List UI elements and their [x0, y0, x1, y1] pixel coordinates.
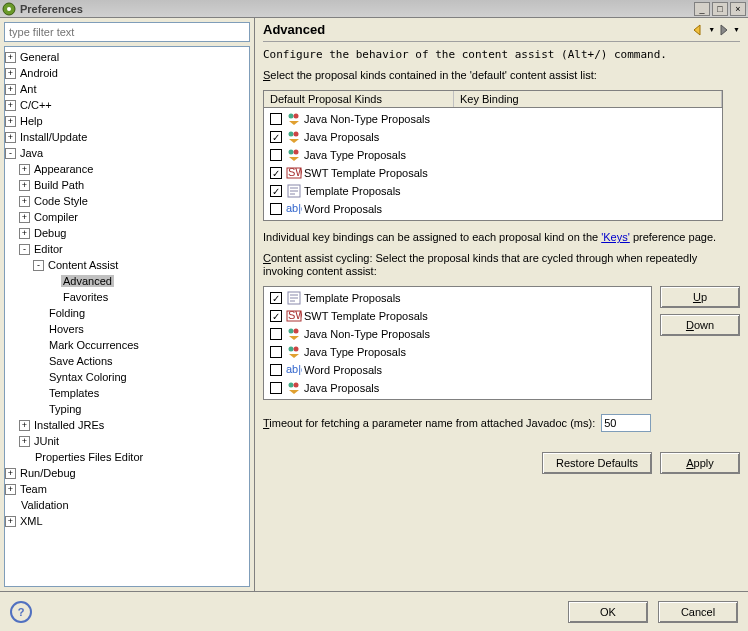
filter-input[interactable] — [4, 22, 250, 42]
proposal-row[interactable]: ✓Template Proposals — [266, 182, 720, 200]
minimize-button[interactable]: _ — [694, 2, 710, 16]
checkbox[interactable]: ✓ — [270, 310, 282, 322]
expand-icon[interactable]: + — [19, 196, 30, 207]
proposal-row[interactable]: Java Type Proposals — [266, 343, 649, 361]
expand-icon[interactable]: + — [19, 436, 30, 447]
restore-defaults-button[interactable]: Restore Defaults — [542, 452, 652, 474]
tree-node-advanced[interactable]: Advanced — [5, 273, 249, 289]
tree-node-debug[interactable]: +Debug — [5, 225, 249, 241]
apply-button[interactable]: Apply — [660, 452, 740, 474]
tree-node-syntax-coloring[interactable]: Syntax Coloring — [5, 369, 249, 385]
checkbox[interactable] — [270, 364, 282, 376]
forward-icon[interactable] — [717, 24, 733, 36]
tree-node-content-assist[interactable]: -Content Assist — [5, 257, 249, 273]
checkbox[interactable] — [270, 346, 282, 358]
help-icon[interactable]: ? — [10, 601, 32, 623]
svg-point-1 — [7, 7, 11, 11]
col-key-binding[interactable]: Key Binding — [454, 91, 722, 107]
proposal-row[interactable]: ✓Template Proposals — [266, 289, 649, 307]
tree-node-xml[interactable]: +XML — [5, 513, 249, 529]
preferences-tree[interactable]: +General+Android+Ant+C/C+++Help+Install/… — [4, 46, 250, 587]
forward-menu-icon[interactable]: ▼ — [733, 26, 740, 33]
tree-node-typing[interactable]: Typing — [5, 401, 249, 417]
tree-node-appearance[interactable]: +Appearance — [5, 161, 249, 177]
tree-node-general[interactable]: +General — [5, 49, 249, 65]
back-icon[interactable] — [692, 24, 708, 36]
tree-node-junit[interactable]: +JUnit — [5, 433, 249, 449]
proposal-row[interactable]: ✓Java Proposals — [266, 128, 720, 146]
expand-icon[interactable]: + — [5, 516, 16, 527]
expand-icon[interactable]: + — [5, 100, 16, 111]
col-default-kinds[interactable]: Default Proposal Kinds — [264, 91, 454, 107]
tree-node-hovers[interactable]: Hovers — [5, 321, 249, 337]
tree-node-save-actions[interactable]: Save Actions — [5, 353, 249, 369]
maximize-button[interactable]: □ — [712, 2, 728, 16]
proposal-row[interactable]: ✓SWTSWT Template Proposals — [266, 164, 720, 182]
tree-node-code-style[interactable]: +Code Style — [5, 193, 249, 209]
tree-node-installed-jres[interactable]: +Installed JREs — [5, 417, 249, 433]
back-menu-icon[interactable]: ▼ — [708, 26, 715, 33]
ok-button[interactable]: OK — [568, 601, 648, 623]
expand-icon[interactable]: + — [5, 68, 16, 79]
timeout-input[interactable] — [601, 414, 651, 432]
checkbox[interactable] — [270, 149, 282, 161]
proposal-row[interactable]: ✓SWTSWT Template Proposals — [266, 307, 649, 325]
collapse-icon[interactable]: - — [33, 260, 44, 271]
checkbox[interactable] — [270, 382, 282, 394]
tree-label: Java — [18, 147, 45, 159]
tree-node-favorites[interactable]: Favorites — [5, 289, 249, 305]
tree-node-mark-occurrences[interactable]: Mark Occurrences — [5, 337, 249, 353]
expand-icon[interactable]: + — [5, 484, 16, 495]
down-button[interactable]: Down — [660, 314, 740, 336]
tree-node-java[interactable]: -Java — [5, 145, 249, 161]
expand-icon[interactable]: + — [5, 84, 16, 95]
proposal-row[interactable]: Java Non-Type Proposals — [266, 110, 720, 128]
proposal-row[interactable]: ab|cWord Proposals — [266, 200, 720, 218]
tree-node-install-update[interactable]: +Install/Update — [5, 129, 249, 145]
tree-node-ant[interactable]: +Ant — [5, 81, 249, 97]
svg-point-2 — [289, 114, 294, 119]
tree-node-android[interactable]: +Android — [5, 65, 249, 81]
tree-node-help[interactable]: +Help — [5, 113, 249, 129]
keys-link[interactable]: 'Keys' — [601, 231, 630, 243]
cancel-button[interactable]: Cancel — [658, 601, 738, 623]
tree-node-team[interactable]: +Team — [5, 481, 249, 497]
expand-icon[interactable]: + — [19, 180, 30, 191]
checkbox[interactable] — [270, 328, 282, 340]
close-button[interactable]: × — [730, 2, 746, 16]
expand-icon[interactable]: + — [5, 52, 16, 63]
tree-node-validation[interactable]: Validation — [5, 497, 249, 513]
checkbox[interactable]: ✓ — [270, 292, 282, 304]
expand-icon[interactable]: + — [5, 116, 16, 127]
expand-icon[interactable]: + — [19, 420, 30, 431]
tree-label: Team — [18, 483, 49, 495]
checkbox[interactable]: ✓ — [270, 167, 282, 179]
tree-node-templates[interactable]: Templates — [5, 385, 249, 401]
collapse-icon[interactable]: - — [5, 148, 16, 159]
expand-icon[interactable]: + — [19, 228, 30, 239]
expand-icon[interactable]: + — [19, 212, 30, 223]
tree-node-folding[interactable]: Folding — [5, 305, 249, 321]
proposal-row[interactable]: ab|cWord Proposals — [266, 361, 649, 379]
tree-node-build-path[interactable]: +Build Path — [5, 177, 249, 193]
checkbox[interactable] — [270, 203, 282, 215]
tree-node-run-debug[interactable]: +Run/Debug — [5, 465, 249, 481]
proposal-row[interactable]: Java Type Proposals — [266, 146, 720, 164]
tree-node-c-c-[interactable]: +C/C++ — [5, 97, 249, 113]
tree-label: Validation — [19, 499, 71, 511]
expand-icon[interactable]: + — [5, 468, 16, 479]
expand-icon[interactable]: + — [5, 132, 16, 143]
up-button[interactable]: Up — [660, 286, 740, 308]
collapse-icon[interactable]: - — [19, 244, 30, 255]
checkbox[interactable]: ✓ — [270, 131, 282, 143]
expand-icon[interactable]: + — [19, 164, 30, 175]
checkbox[interactable] — [270, 113, 282, 125]
tree-node-properties-files-editor[interactable]: Properties Files Editor — [5, 449, 249, 465]
tree-node-editor[interactable]: -Editor — [5, 241, 249, 257]
proposal-row[interactable]: Java Proposals — [266, 379, 649, 397]
proposal-row[interactable]: Java Non-Type Proposals — [266, 325, 649, 343]
svg-point-24 — [294, 347, 299, 352]
tree-node-compiler[interactable]: +Compiler — [5, 209, 249, 225]
svg-point-22 — [294, 329, 299, 334]
checkbox[interactable]: ✓ — [270, 185, 282, 197]
